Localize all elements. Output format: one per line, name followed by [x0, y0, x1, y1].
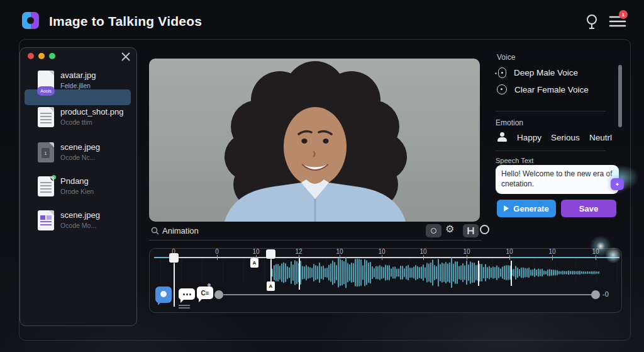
emotion-section-label: Emotion [496, 118, 523, 127]
playhead-line[interactable] [299, 258, 300, 290]
slider-knob-right[interactable] [591, 290, 600, 299]
file-badge: Aoois [37, 86, 55, 96]
document-icon [38, 107, 54, 127]
divider [496, 150, 606, 151]
file-name: avatar.jpg [60, 71, 96, 80]
speech-text-input[interactable]: Hello! Welcome to the new era of cnetati… [496, 165, 619, 194]
close-dot[interactable] [28, 53, 34, 59]
generate-button-label: Generate [513, 204, 548, 213]
playhead-line[interactable] [174, 263, 175, 307]
viewer-mode-label: Animation [162, 226, 199, 236]
ruler-label: 0 [215, 248, 219, 255]
timeline-zoom-slider[interactable] [223, 294, 593, 295]
divider [149, 240, 481, 241]
ruler-label: 10 [336, 248, 343, 255]
preview-image [149, 59, 480, 222]
file-subtitle: Ocode ttim [60, 118, 123, 126]
circle-dot-icon [497, 84, 507, 94]
clip-marker-line [270, 259, 272, 281]
voice-option-deep-male[interactable]: Deep Male Voice [498, 67, 578, 78]
file-name: scene.jpeg [60, 210, 100, 220]
generate-button[interactable]: Generate [497, 200, 556, 217]
save-button-label: Save [579, 204, 598, 213]
divider [496, 111, 606, 111]
file-name: product_shot.png [60, 107, 123, 116]
emotion-option-happy[interactable]: Happy [517, 133, 541, 142]
search-icon[interactable] [584, 13, 599, 30]
ruler-label: 10 [378, 248, 385, 255]
file-subtitle: Orode Kien [60, 188, 94, 195]
microphone-icon [498, 67, 506, 78]
chat-track-button[interactable] [155, 287, 172, 303]
film-icon [467, 227, 474, 234]
app-logo [22, 12, 39, 29]
voice-option-label: Clear Female Voice [514, 85, 589, 94]
file-item-scene-2[interactable]: scene.jpeg Ocode Mo... [38, 210, 132, 230]
speed-lines-icon [179, 305, 190, 309]
file-name: Pndang [60, 176, 94, 186]
image-file-icon [38, 142, 54, 162]
ruler-label: 10 [463, 248, 470, 255]
ruler-tick [217, 255, 218, 260]
page-title: Image to Talking Videos [49, 14, 202, 29]
close-icon[interactable] [121, 52, 131, 62]
speech-text-label: Speech Text [496, 157, 533, 164]
status-dot-icon [50, 174, 57, 181]
emotion-option-serious[interactable]: Serious [551, 133, 580, 142]
marker-line [478, 261, 479, 286]
timeline-handle[interactable] [169, 253, 179, 263]
minimize-dot[interactable] [38, 53, 45, 59]
record-button[interactable] [426, 224, 441, 237]
circle-tool-icon[interactable] [480, 225, 489, 234]
file-name: scene.jpeg [60, 142, 100, 152]
ruler-label: 10 [548, 248, 555, 255]
file-subtitle: Ocode Nc... [60, 154, 100, 161]
emotion-option-neutral[interactable]: Neutrl [589, 133, 612, 142]
zoom-icon [151, 227, 159, 235]
small-dot [208, 283, 211, 287]
document-icon [38, 210, 54, 230]
window-controls[interactable] [28, 53, 55, 59]
notification-badge: 1 [619, 10, 628, 19]
maximize-dot[interactable] [49, 53, 55, 59]
slider-value: -0 [602, 290, 609, 298]
save-button[interactable]: Save [561, 200, 616, 217]
file-item-product-shot[interactable]: product_shot.png Ocode ttim [38, 107, 132, 127]
ruler-label: 10 [252, 248, 259, 255]
play-icon [504, 205, 509, 212]
voice-option-clear-female[interactable]: Clear Female Voice [497, 84, 589, 94]
voice-section-label: Voice [497, 53, 515, 62]
timeline-handle[interactable] [266, 249, 275, 259]
panel-scrollbar[interactable] [618, 65, 622, 127]
ellipsis-bubble-icon[interactable] [179, 288, 195, 300]
file-item-pending[interactable]: Pndang Orode Kien [38, 176, 132, 196]
film-button[interactable] [463, 224, 479, 237]
marker-line [511, 261, 512, 286]
ruler-label: 12 [295, 248, 302, 255]
settings-gear-icon[interactable]: ⚙ [445, 223, 454, 235]
keyframe-a-badge[interactable]: A [267, 281, 275, 291]
ruler-label: 10 [419, 248, 426, 255]
slider-knob-left[interactable] [214, 290, 223, 299]
audio-waveform [272, 255, 600, 292]
keyframe-a-badge[interactable]: A [250, 258, 258, 268]
record-icon [431, 228, 436, 234]
file-subtitle: Felde.jllen [60, 82, 96, 89]
document-icon [38, 176, 54, 196]
caption-bubble-button[interactable]: C≡ [197, 287, 213, 299]
voice-option-label: Deep Male Voice [514, 68, 578, 77]
file-item-scene[interactable]: scene.jpeg Ocode Nc... [38, 142, 132, 162]
ruler-label: 10 [506, 248, 513, 255]
file-subtitle: Ocode Mo... [60, 222, 100, 229]
ai-sparkle-button[interactable]: ✦ [611, 178, 624, 190]
ruler-label: 10 [592, 248, 599, 255]
